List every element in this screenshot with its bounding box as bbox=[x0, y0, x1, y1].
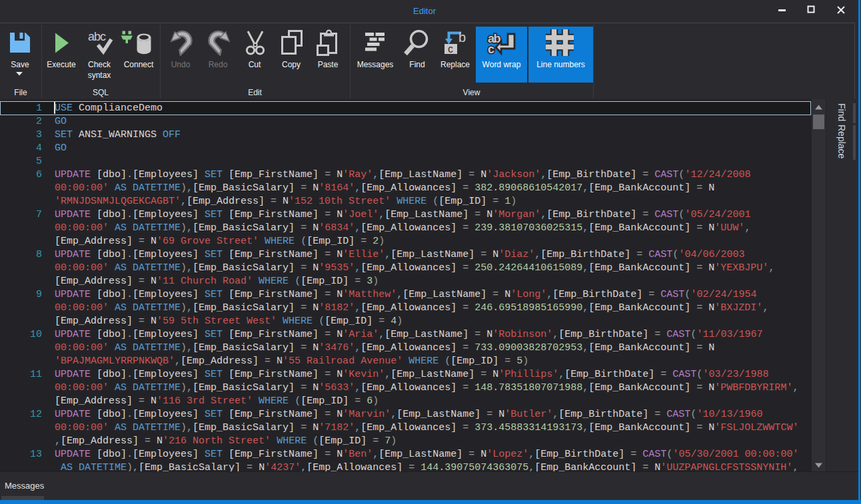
svg-text:abc: abc bbox=[88, 30, 106, 43]
svg-text:c: c bbox=[488, 43, 494, 56]
svg-text:c: c bbox=[448, 43, 453, 55]
svg-text:b: b bbox=[458, 30, 466, 45]
